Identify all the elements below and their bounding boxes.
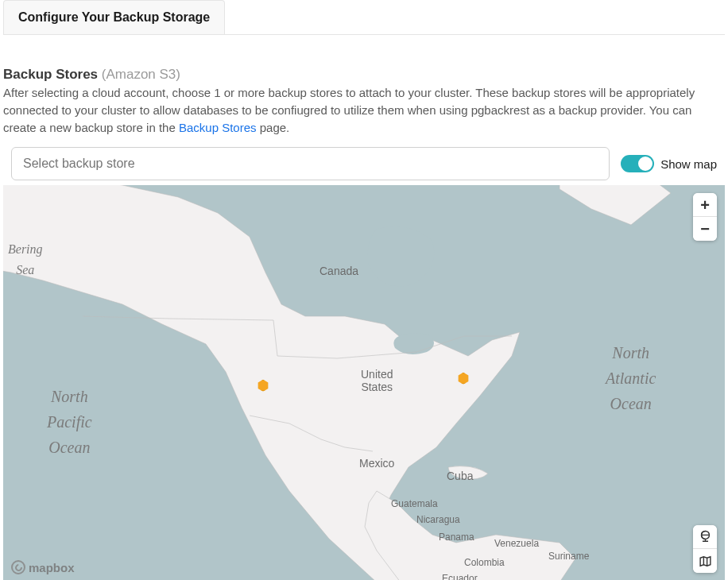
desc-part-2: page. [257, 121, 290, 134]
zoom-controls: + − [693, 193, 717, 241]
basemap-icon[interactable] [693, 549, 717, 573]
mapbox-logo-text: mapbox [29, 561, 75, 574]
section-title-sub: (Amazon S3) [102, 67, 180, 82]
backup-stores-link[interactable]: Backup Stores [179, 121, 257, 134]
tab-configure-backup[interactable]: Configure Your Backup Storage [3, 0, 225, 34]
zoom-in-button[interactable]: + [693, 193, 717, 217]
mapbox-attribution[interactable]: mapbox [11, 560, 75, 574]
section-title: Backup Stores (Amazon S3) [3, 67, 725, 83]
show-map-toggle-group: Show map [621, 155, 717, 172]
globe-icon[interactable] [693, 525, 717, 549]
map-bottom-controls [693, 525, 717, 573]
zoom-out-button[interactable]: − [693, 217, 717, 241]
show-map-label: Show map [660, 157, 717, 171]
section-description: After selecting a cloud account, choose … [3, 84, 725, 136]
mapbox-logo-icon [11, 560, 25, 574]
tab-bar: Configure Your Backup Storage [3, 0, 725, 35]
map-canvas [3, 185, 725, 580]
section-title-main: Backup Stores [3, 67, 98, 82]
show-map-toggle[interactable] [621, 155, 654, 172]
backup-store-select[interactable] [11, 147, 610, 180]
control-row: Show map [3, 147, 725, 180]
map[interactable]: Bering Sea North Pacific Ocean North Atl… [3, 185, 725, 580]
desc-part-1: After selecting a cloud account, choose … [3, 86, 695, 134]
